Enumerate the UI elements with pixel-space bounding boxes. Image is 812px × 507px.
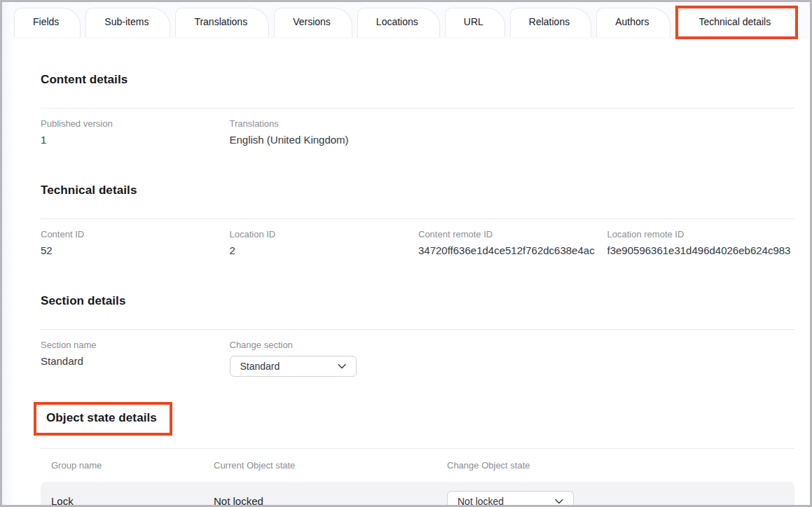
technical-details-heading: Technical details [28, 183, 794, 197]
cell-group-name: Lock [51, 495, 214, 505]
column-header-current-object-state: Current Object state [214, 460, 447, 471]
object-state-details-heading: Object state details [46, 411, 157, 425]
field-value: 52 [41, 244, 228, 258]
content-details-heading: Content details [28, 73, 794, 87]
field-location-remote-id: Location remote ID f3e90596361e31d496d40… [607, 229, 795, 258]
change-section-dropdown[interactable]: Standard [230, 356, 357, 377]
tab-bar: Fields Sub-items Translations Versions L… [13, 2, 810, 39]
divider [41, 329, 794, 330]
field-label: Translations [230, 118, 418, 130]
app-window: Fields Sub-items Translations Versions L… [0, 0, 812, 507]
tab-locations[interactable]: Locations [357, 8, 440, 37]
field-value: 1 [41, 133, 228, 147]
field-label: Location remote ID [607, 229, 795, 241]
section-details-heading: Section details [28, 294, 794, 308]
tab-relations[interactable]: Relations [510, 8, 591, 37]
technical-details-view: Content details Published version 1 Tran… [13, 39, 810, 505]
field-label: Content ID [41, 229, 228, 241]
field-label: Content remote ID [418, 229, 606, 241]
tab-sub-items[interactable]: Sub-items [85, 8, 170, 37]
annotation-highlight-object-state-heading: Object state details [34, 402, 172, 436]
field-translations: Translations English (United Kingdom) [230, 118, 418, 147]
field-value: 34720ff636e1d4ce512f762dc638e4ac [418, 244, 606, 258]
field-content-remote-id: Content remote ID 34720ff636e1d4ce512f76… [418, 229, 606, 258]
content-panel: Fields Sub-items Translations Versions L… [13, 2, 810, 505]
divider [41, 108, 794, 109]
divider [41, 218, 794, 219]
column-header-change-object-state: Change Object state [447, 460, 794, 471]
tab-fields[interactable]: Fields [14, 8, 81, 37]
tab-technical-details[interactable]: Technical details [678, 8, 795, 36]
column-header-group-name: Group name [51, 460, 214, 471]
tab-authors[interactable]: Authors [596, 8, 670, 37]
divider [41, 448, 794, 449]
field-section-name: Section name Standard [41, 340, 228, 377]
tab-translations[interactable]: Translations [175, 8, 269, 37]
field-label: Location ID [230, 229, 418, 241]
field-published-version: Published version 1 [41, 118, 228, 147]
page-background-strip [2, 2, 13, 505]
section-details-fields: Section name Standard Change section Sta… [41, 340, 794, 377]
cell-current-object-state: Not locked [214, 495, 447, 505]
field-label: Change section [230, 340, 418, 352]
tab-url[interactable]: URL [445, 8, 505, 37]
chevron-down-icon [553, 496, 565, 505]
table-row: Lock Not locked Not locked [41, 482, 794, 505]
change-object-state-selected-value: Not locked [457, 496, 504, 505]
field-change-section: Change section Standard [230, 340, 418, 377]
change-object-state-dropdown[interactable]: Not locked [447, 491, 574, 505]
chevron-down-icon [336, 361, 347, 372]
annotation-highlight-technical-details-tab: Technical details [675, 6, 798, 39]
change-section-selected-value: Standard [240, 361, 280, 372]
field-location-id: Location ID 2 [230, 229, 418, 258]
object-state-table-header: Group name Current Object state Change O… [41, 460, 794, 471]
technical-details-fields: Content ID 52 Location ID 2 Content remo… [41, 229, 794, 258]
tab-versions[interactable]: Versions [274, 8, 352, 37]
field-label: Published version [41, 118, 228, 130]
field-content-id: Content ID 52 [41, 229, 228, 258]
field-label: Section name [41, 340, 228, 352]
field-value: English (United Kingdom) [230, 133, 418, 147]
field-value: Standard [41, 354, 228, 368]
field-value: f3e90596361e31d496d4026eb624c983 [607, 244, 795, 258]
content-details-fields: Published version 1 Translations English… [41, 118, 794, 147]
field-value: 2 [230, 244, 418, 258]
